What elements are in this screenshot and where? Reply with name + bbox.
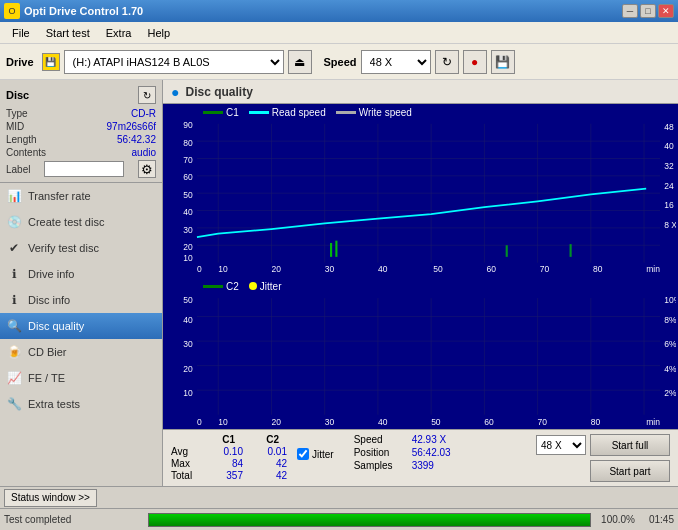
disc-contents-value: audio	[132, 147, 156, 158]
svg-rect-43	[335, 241, 337, 257]
disc-label-row: Label ⚙	[6, 160, 156, 178]
speed-stat-value: 42.93 X	[412, 434, 446, 445]
sidebar-item-label-create-test-disc: Create test disc	[28, 216, 104, 228]
sidebar-item-fe-te[interactable]: 📈 FE / TE	[0, 365, 162, 391]
status-bar: Status window >>	[0, 486, 678, 508]
menu-help[interactable]: Help	[139, 25, 178, 41]
avg-c1: 0.10	[207, 446, 243, 457]
create-test-disc-icon: 💿	[6, 214, 22, 230]
svg-text:60: 60	[484, 416, 493, 427]
avg-label: Avg	[171, 446, 199, 457]
status-window-button[interactable]: Status window >>	[4, 489, 97, 507]
menu-file[interactable]: File	[4, 25, 38, 41]
minimize-button[interactable]: ─	[622, 4, 638, 18]
sidebar-item-label-verify-test-disc: Verify test disc	[28, 242, 99, 254]
jitter-dot	[249, 282, 257, 290]
refresh-button[interactable]: ↻	[435, 50, 459, 74]
bottom-status: Test completed 100.0% 01:45	[0, 508, 678, 530]
start-part-button[interactable]: Start part	[590, 460, 670, 482]
chart1-legend: C1 Read speed Write speed	[163, 106, 678, 118]
disc-info-icon: ℹ	[6, 292, 22, 308]
menu-start-test[interactable]: Start test	[38, 25, 98, 41]
start-speed-select[interactable]: 48 X	[536, 435, 586, 455]
charts-area: C1 Read speed Write speed	[163, 104, 678, 429]
title-bar-left: O Opti Drive Control 1.70	[4, 3, 143, 19]
max-label: Max	[171, 458, 199, 469]
save-button[interactable]: 💾	[491, 50, 515, 74]
disc-label-button[interactable]: ⚙	[138, 160, 156, 178]
drive-info-icon: ℹ	[6, 266, 22, 282]
speed-stat-label: Speed	[354, 434, 406, 445]
speed-select[interactable]: 48 X	[361, 50, 431, 74]
svg-text:48 X: 48 X	[664, 121, 676, 131]
avg-row: Avg 0.10 0.01	[171, 446, 287, 457]
sidebar-item-label-cd-bier: CD Bier	[28, 346, 67, 358]
jitter-label: Jitter	[260, 281, 282, 292]
svg-text:50: 50	[433, 264, 443, 274]
svg-text:80: 80	[183, 137, 193, 147]
disc-refresh-button[interactable]: ↻	[138, 86, 156, 104]
sidebar-item-cd-bier[interactable]: 🍺 CD Bier	[0, 339, 162, 365]
jitter-checkbox[interactable]	[297, 448, 309, 460]
svg-text:70: 70	[540, 264, 550, 274]
chart2-svg: 50 40 30 20 10 10% 8% 6% 4% 2% 0 10 20 3…	[165, 292, 676, 427]
svg-text:30: 30	[183, 339, 192, 350]
sidebar-item-disc-quality[interactable]: 🔍 Disc quality	[0, 313, 162, 339]
samples-row: Samples 3399	[354, 460, 451, 471]
svg-text:8 X: 8 X	[664, 220, 676, 230]
start-full-row: 48 X Start full	[536, 434, 670, 456]
sidebar-item-create-test-disc[interactable]: 💿 Create test disc	[0, 209, 162, 235]
sidebar-item-extra-tests[interactable]: 🔧 Extra tests	[0, 391, 162, 417]
eject-button[interactable]: ⏏	[288, 50, 312, 74]
disc-length-value: 56:42.32	[117, 134, 156, 145]
maximize-button[interactable]: □	[640, 4, 656, 18]
start-controls: 48 X Start full Start part	[536, 434, 670, 482]
svg-rect-42	[330, 243, 332, 257]
disc-panel: Disc ↻ Type CD-R MID 97m26s66f Length 56…	[0, 82, 162, 183]
disc-type-value: CD-R	[131, 108, 156, 119]
samples-value: 3399	[412, 460, 434, 471]
svg-text:min: min	[646, 264, 660, 274]
cd-bier-icon: 🍺	[6, 344, 22, 360]
sidebar-item-verify-test-disc[interactable]: ✔ Verify test disc	[0, 235, 162, 261]
sidebar-item-label-transfer-rate: Transfer rate	[28, 190, 91, 202]
svg-text:40: 40	[378, 264, 388, 274]
sidebar-item-drive-info[interactable]: ℹ Drive info	[0, 261, 162, 287]
speed-label: Speed	[324, 56, 357, 68]
svg-text:6%: 6%	[664, 339, 676, 350]
disc-label-input[interactable]	[44, 161, 124, 177]
svg-rect-46	[165, 292, 676, 427]
fe-te-icon: 📈	[6, 370, 22, 386]
svg-text:40: 40	[378, 416, 387, 427]
svg-rect-45	[570, 244, 572, 257]
disc-type-label: Type	[6, 108, 28, 119]
menu-extra[interactable]: Extra	[98, 25, 140, 41]
close-button[interactable]: ✕	[658, 4, 674, 18]
settings-button[interactable]: ●	[463, 50, 487, 74]
speed-info: Speed 42.93 X Position 56:42.03 Samples …	[354, 434, 451, 471]
sidebar-item-transfer-rate[interactable]: 📊 Transfer rate	[0, 183, 162, 209]
svg-text:10: 10	[183, 388, 192, 399]
chart1-svg: 90 80 70 60 50 40 30 20 10 48 X 40 X 32 …	[165, 118, 676, 280]
jitter-row: Jitter	[297, 448, 334, 460]
sidebar-item-label-disc-quality: Disc quality	[28, 320, 84, 332]
write-speed-legend: Write speed	[336, 107, 412, 118]
title-buttons[interactable]: ─ □ ✕	[622, 4, 674, 18]
svg-text:10: 10	[218, 264, 228, 274]
toolbar: Drive 💾 (H:) ATAPI iHAS124 B AL0S ⏏ Spee…	[0, 44, 678, 80]
write-speed-label: Write speed	[359, 107, 412, 118]
drive-icon: 💾	[42, 53, 60, 71]
svg-text:40 X: 40 X	[664, 141, 676, 151]
svg-text:40: 40	[183, 207, 193, 217]
app-icon: O	[4, 3, 20, 19]
svg-text:90: 90	[183, 120, 193, 130]
start-full-button[interactable]: Start full	[590, 434, 670, 456]
c2-label: C2	[226, 281, 239, 292]
sidebar-item-disc-info[interactable]: ℹ Disc info	[0, 287, 162, 313]
disc-mid-value: 97m26s66f	[107, 121, 156, 132]
svg-text:50: 50	[183, 294, 192, 305]
chart2-container: 50 40 30 20 10 10% 8% 6% 4% 2% 0 10 20 3…	[165, 292, 676, 427]
total-c1: 357	[207, 470, 243, 481]
drive-select[interactable]: (H:) ATAPI iHAS124 B AL0S	[64, 50, 284, 74]
transfer-rate-icon: 📊	[6, 188, 22, 204]
